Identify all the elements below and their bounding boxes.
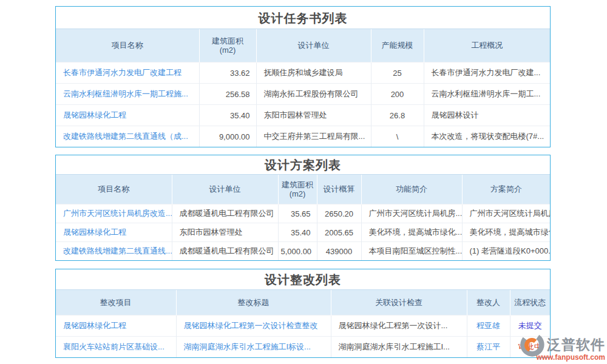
related-check-text: 晟铭园林绿化工程第一次设计... [331, 315, 467, 337]
column-header-rectify-project: 整改项目 [56, 290, 176, 315]
project-name-link[interactable]: 云南水利枢纽潜明水库一期工程施... [56, 84, 199, 105]
table-row: 改建铁路线增建第二线直通线... 成都暖通机电工程有限公司 5,000.00 4… [56, 242, 550, 261]
project-name-link[interactable]: 长春市伊通河水力发电厂改建工程 [56, 62, 199, 84]
capacity-value: \ [371, 126, 424, 147]
design-scheme-table: 项目名称 设计单位 建筑面积(m2) 设计概算 功能简介 方案简介 广州市天河区… [56, 174, 550, 260]
column-header-building-area: 建筑面积(m2) [199, 29, 256, 62]
column-header-design-unit: 设计单位 [172, 175, 278, 204]
design-unit-value: 中交王府井第三工程局有限... [256, 126, 371, 147]
design-unit-value: 东阳市园林管理处 [172, 223, 278, 242]
column-header-function-brief: 功能简介 [361, 175, 462, 204]
column-header-related-check: 关联设计检查 [331, 290, 467, 315]
function-brief-text: 本项目南阳至城区控制性... [361, 242, 462, 261]
column-header-design-estimate: 设计概算 [317, 175, 361, 204]
capacity-value: 200 [371, 84, 424, 105]
rectify-project-link[interactable]: 襄阳火车站站前片区基础设... [56, 337, 176, 358]
table-row: 襄阳火车站站前片区基础设... 湖南洞庭湖水库引水工程施工I标设... 湖南洞庭… [56, 337, 550, 358]
overview-text: 云南水利枢纽潜明水库一期工... [424, 84, 550, 105]
overview-text: 晟铭园林设计 [424, 105, 550, 126]
rectify-project-link[interactable]: 晟铭园林绿化工程 [56, 315, 176, 337]
capacity-value: 26.8 [371, 105, 424, 126]
column-header-flow-status: 流程状态 [510, 290, 550, 315]
table-row: 长春市伊通河水力发电厂改建工程 33.62 抚顺住房和城乡建设局 25 长春市伊… [56, 62, 550, 84]
building-area-value: 256.58 [199, 84, 256, 105]
column-header-rectify-title: 整改标题 [176, 290, 331, 315]
building-area-value: 33.62 [199, 62, 256, 84]
building-area-value: 35.40 [278, 223, 317, 242]
overview-text: 本次改造，将现状变配电楼(7#... [424, 126, 550, 147]
capacity-value: 25 [371, 62, 424, 84]
vendor-watermark: 泛普软件 www.fanpusoft.com [518, 331, 607, 361]
rectifier-link[interactable]: 程亚雄 [467, 315, 510, 337]
column-header-project-name: 项目名称 [56, 175, 172, 204]
design-unit-value: 成都暖通机电工程有限公司 [172, 242, 278, 261]
table-row: 云南水利枢纽潜明水库一期工程施... 256.58 湖南永拓工程股份有限公司 2… [56, 84, 550, 105]
design-estimate-value: 2650.20 [317, 204, 361, 223]
column-header-building-area: 建筑面积(m2) [278, 175, 317, 204]
related-check-text: 湖南洞庭湖水库引水工程施工I... [331, 337, 467, 358]
building-area-value: 35.40 [199, 105, 256, 126]
rectify-title-link[interactable]: 晟铭园林绿化工程第一次设计检查整改 [176, 315, 331, 337]
design-task-list-title: 设计任务书列表 [56, 7, 550, 29]
column-header-rectifier: 整改人 [467, 290, 510, 315]
scheme-brief-text: 美化环境，提高城市绿化... [462, 223, 550, 242]
design-unit-value: 成都暖通机电工程有限公司 [172, 204, 278, 223]
column-header-capacity: 产能规模 [371, 29, 424, 62]
design-rectification-list-card: 设计整改列表 整改项目 整改标题 关联设计检查 整改人 流程状态 晟铭园林绿化工… [55, 269, 551, 358]
project-name-link[interactable]: 广州市天河区统计局机房改造... [56, 204, 172, 223]
scheme-brief-text: (1) 老营隧道段K0+000... [462, 242, 550, 261]
design-task-table: 项目名称 建筑面积(m2) 设计单位 产能规模 工程概况 长春市伊通河水力发电厂… [56, 29, 550, 147]
column-header-overview: 工程概况 [424, 29, 550, 62]
building-area-value: 5,000.00 [278, 242, 317, 261]
header-row: 整改项目 整改标题 关联设计检查 整改人 流程状态 [56, 290, 550, 315]
header-row: 项目名称 建筑面积(m2) 设计单位 产能规模 工程概况 [56, 29, 550, 62]
design-task-list-card: 设计任务书列表 项目名称 建筑面积(m2) 设计单位 产能规模 工程概况 长春市… [55, 6, 551, 147]
table-row: 改建铁路线增建第二线直通线（成... 9,000.00 中交王府井第三工程局有限… [56, 126, 550, 147]
vendor-brand-text: 泛普软件 [547, 338, 605, 352]
header-row: 项目名称 设计单位 建筑面积(m2) 设计概算 功能简介 方案简介 [56, 175, 550, 204]
table-row: 晟铭园林绿化工程 晟铭园林绿化工程第一次设计检查整改 晟铭园林绿化工程第一次设计… [56, 315, 550, 337]
column-header-design-unit: 设计单位 [256, 29, 371, 62]
function-brief-text: 广州市天河区统计局机房... [361, 204, 462, 223]
rectify-title-link[interactable]: 湖南洞庭湖水库引水工程施工I标设... [176, 337, 331, 358]
project-name-link[interactable]: 改建铁路线增建第二线直通线... [56, 242, 172, 261]
project-name-link[interactable]: 晟铭园林绿化工程 [56, 223, 172, 242]
design-unit-value: 湖南永拓工程股份有限公司 [256, 84, 371, 105]
column-header-scheme-brief: 方案简介 [462, 175, 550, 204]
design-estimate-value: 439000 [317, 242, 361, 261]
building-area-value: 35.65 [278, 204, 317, 223]
design-rectification-table: 整改项目 整改标题 关联设计检查 整改人 流程状态 晟铭园林绿化工程 晟铭园林绿… [56, 289, 550, 357]
design-scheme-list-card: 设计方案列表 项目名称 设计单位 建筑面积(m2) 设计概算 功能简介 方案简介… [55, 155, 551, 261]
design-scheme-list-title: 设计方案列表 [56, 155, 550, 174]
design-rectification-list-title: 设计整改列表 [56, 269, 550, 289]
overview-text: 长春市伊通河水力发电厂改建... [424, 62, 550, 84]
design-estimate-value: 2005.65 [317, 223, 361, 242]
function-brief-text: 美化环境，提高城市绿化... [361, 223, 462, 242]
table-row: 广州市天河区统计局机房改造... 成都暖通机电工程有限公司 35.65 2650… [56, 204, 550, 223]
project-name-link[interactable]: 晟铭园林绿化工程 [56, 105, 199, 126]
project-name-link[interactable]: 改建铁路线增建第二线直通线（成... [56, 126, 199, 147]
column-header-project-name: 项目名称 [56, 29, 199, 62]
design-unit-value: 东阳市园林管理处 [256, 105, 371, 126]
rectifier-link[interactable]: 蔡江平 [467, 337, 510, 358]
table-row: 晟铭园林绿化工程 东阳市园林管理处 35.40 2005.65 美化环境，提高城… [56, 223, 550, 242]
table-row: 晟铭园林绿化工程 35.40 东阳市园林管理处 26.8 晟铭园林设计 [56, 105, 550, 126]
building-area-value: 9,000.00 [199, 126, 256, 147]
design-unit-value: 抚顺住房和城乡建设局 [256, 62, 371, 84]
scheme-brief-text: 广州市天河区统计局机房... [462, 204, 550, 223]
